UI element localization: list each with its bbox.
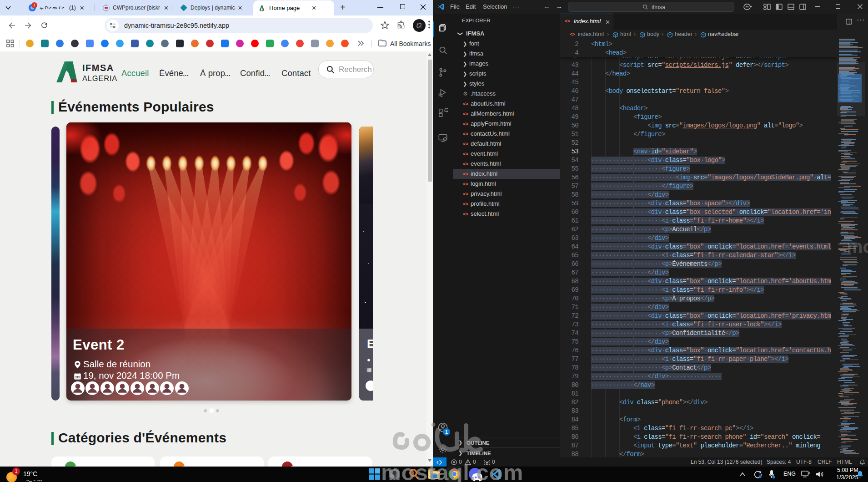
svg-text:IFMSA: IFMSA <box>260 10 263 12</box>
